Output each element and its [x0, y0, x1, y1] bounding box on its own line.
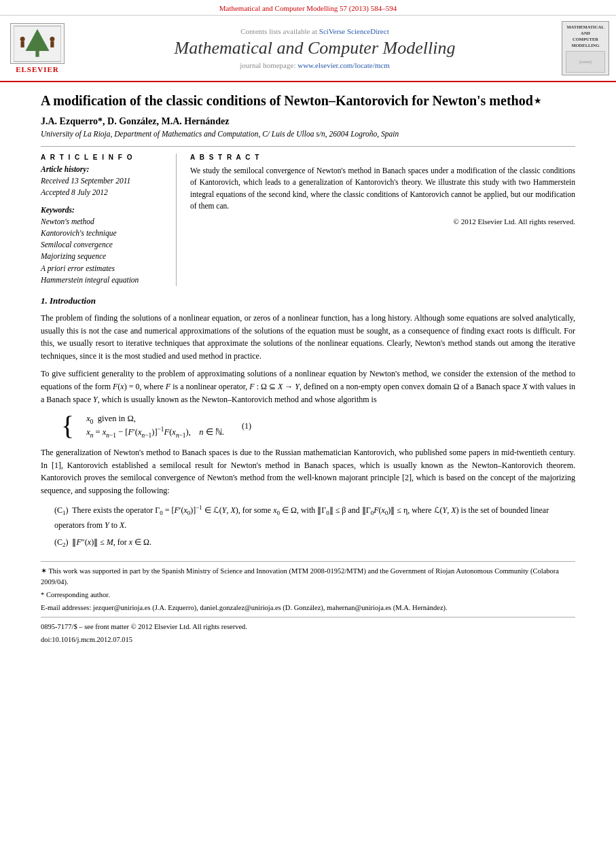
accepted-date: Accepted 8 July 2012	[41, 187, 166, 198]
elsevier-label: ELSEVIER	[16, 65, 59, 73]
article-info-abstract: A R T I C L E I N F O Article history: R…	[41, 146, 575, 286]
abstract-panel: A B S T R A C T We study the semilocal c…	[190, 154, 575, 286]
citation-text: Mathematical and Computer Modelling 57 (…	[219, 4, 397, 12]
sciverse-text: Contents lists available at SciVerse Sci…	[75, 27, 555, 35]
condition-c2: (C2) ‖F″(x)‖ ≤ M, for x ∈ Ω.	[54, 535, 575, 551]
footnote-issn: 0895-7177/$ – see front matter © 2012 El…	[41, 622, 575, 632]
condition-c1: (C1) There exists the operator Γ0 = [F′(…	[54, 503, 575, 533]
keyword-4: Majorizing sequence	[41, 251, 166, 262]
equation-brace: {	[61, 412, 74, 440]
equation-number-1: (1)	[231, 421, 251, 431]
homepage-link[interactable]: www.elsevier.com/locate/mcm	[297, 61, 390, 69]
logo-image	[10, 23, 65, 64]
keyword-5: A priori error estimates	[41, 263, 166, 274]
svg-rect-4	[21, 41, 24, 48]
footnote-corresponding: * Corresponding author.	[41, 590, 575, 601]
equation-1-block: { x0 given in Ω, xn = xn−1 − [F′(xn−1)]−…	[61, 412, 555, 440]
keywords-label: Keywords:	[41, 206, 166, 214]
journal-homepage: journal homepage: www.elsevier.com/locat…	[75, 61, 555, 69]
article-info-title: A R T I C L E I N F O	[41, 154, 166, 161]
footnote-doi: doi:10.1016/j.mcm.2012.07.015	[41, 634, 575, 645]
eq-line-1: x0 given in Ω,	[86, 414, 224, 425]
thumbnail-line3: COMPUTER	[566, 36, 604, 42]
footnote-divider	[41, 617, 575, 618]
svg-point-3	[20, 37, 25, 41]
authors: J.A. Ezquerro*, D. González, M.A. Hernán…	[41, 116, 575, 127]
introduction-heading: 1. Introduction	[41, 296, 575, 306]
abstract-text: We study the semilocal convergence of Ne…	[190, 165, 575, 212]
keyword-3: Semilocal convergence	[41, 239, 166, 251]
journal-thumbnail: MATHEMATICAL AND COMPUTER MODELLING [cov…	[562, 21, 609, 75]
history-label: Article history:	[41, 165, 166, 173]
eq-line-2: xn = xn−1 − [F′(xn−1)]−1F(xn−1), n ∈ ℕ.	[86, 426, 224, 439]
conditions-block: (C1) There exists the operator Γ0 = [F′(…	[54, 503, 575, 551]
thumbnail-line4: MODELLING	[566, 42, 604, 48]
intro-paragraph-2: To give sufficient generality to the pro…	[41, 368, 575, 406]
journal-citation: Mathematical and Computer Modelling 57 (…	[0, 0, 616, 16]
keyword-1: Newton's method	[41, 216, 166, 228]
copyright: © 2012 Elsevier Ltd. All rights reserved…	[190, 217, 575, 226]
received-date: Received 13 September 2011	[41, 175, 166, 187]
intro-paragraph-1: The problem of finding the solutions of …	[41, 312, 575, 362]
article-title: A modification of the classic conditions…	[41, 92, 575, 109]
footnote-emails: E-mail addresses: jezquer@unirioja.es (J…	[41, 603, 575, 613]
footnotes: ✶ This work was supported in part by the…	[41, 561, 575, 645]
elsevier-logo: ELSEVIER	[7, 23, 68, 73]
keywords-list: Newton's method Kantorovich's technique …	[41, 216, 166, 287]
article-info-panel: A R T I C L E I N F O Article history: R…	[41, 154, 177, 286]
journal-center: Contents lists available at SciVerse Sci…	[75, 27, 555, 69]
footnote-star: ✶ This work was supported in part by the…	[41, 566, 575, 588]
journal-header: ELSEVIER Contents lists available at Sci…	[0, 16, 616, 82]
keyword-2: Kantorovich's technique	[41, 228, 166, 239]
intro-paragraph-3: The generalization of Newton's method to…	[41, 446, 575, 497]
svg-rect-6	[50, 41, 54, 48]
equation-lines: x0 given in Ω, xn = xn−1 − [F′(xn−1)]−1F…	[86, 414, 224, 439]
thumbnail-line1: MATHEMATICAL	[566, 24, 604, 30]
thumbnail-line2: AND	[566, 30, 604, 36]
keyword-6: Hammerstein integral equation	[41, 274, 166, 286]
and-word: and	[75, 486, 86, 495]
affiliation: University of La Rioja, Department of Ma…	[41, 130, 575, 138]
journal-title: Mathematical and Computer Modelling	[75, 38, 555, 58]
sciverse-link[interactable]: SciVerse ScienceDirect	[319, 27, 389, 35]
abstract-title: A B S T R A C T	[190, 154, 575, 161]
main-content: A modification of the classic conditions…	[0, 82, 616, 657]
svg-point-5	[50, 37, 54, 41]
history-dates: Received 13 September 2011 Accepted 8 Ju…	[41, 175, 166, 199]
